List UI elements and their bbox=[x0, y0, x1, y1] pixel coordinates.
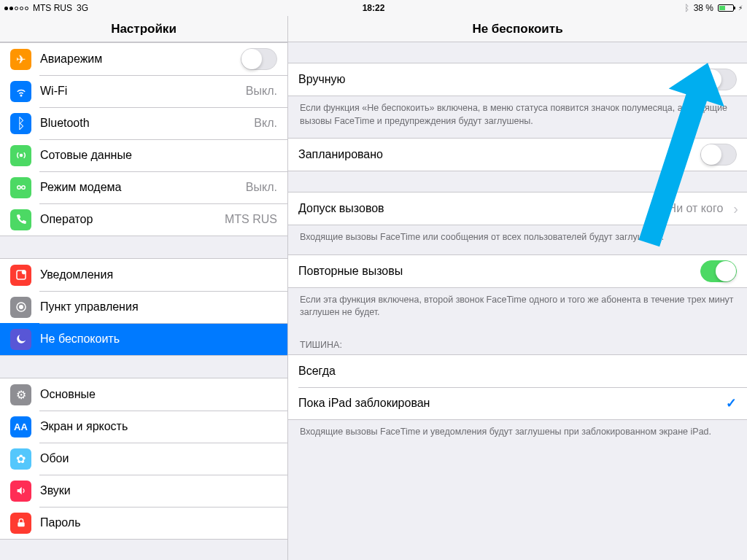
battery-icon bbox=[718, 4, 734, 12]
sidebar-item-dnd[interactable]: Не беспокоить bbox=[0, 323, 287, 355]
settings-sidebar: Настройки ✈ Авиарежим Wi-Fi Выкл. ᛒ bbox=[0, 16, 288, 560]
row-label: Авиарежим bbox=[40, 52, 241, 66]
charging-icon: ⚡︎ bbox=[738, 4, 743, 12]
sidebar-item-notifications[interactable]: Уведомления bbox=[0, 259, 287, 291]
row-label: Сотовые данные bbox=[40, 149, 287, 162]
row-label: Пункт управления bbox=[40, 300, 287, 314]
general-icon: ⚙ bbox=[10, 384, 31, 405]
sidebar-item-control-center[interactable]: Пункт управления bbox=[0, 291, 287, 323]
main-title: Не беспокоить bbox=[288, 16, 747, 42]
wifi-icon bbox=[10, 81, 31, 102]
sounds-icon bbox=[10, 481, 31, 502]
row-label: Уведомления bbox=[40, 268, 287, 281]
airplane-toggle[interactable] bbox=[241, 48, 277, 70]
row-label: Обои bbox=[40, 452, 287, 465]
sidebar-group-general: ⚙ Основные AA Экран и яркость ✿ Обои Зву… bbox=[0, 378, 287, 540]
sidebar-item-cellular[interactable]: Сотовые данные bbox=[0, 139, 287, 171]
row-label: Допуск вызовов bbox=[298, 202, 668, 215]
sidebar-scroll[interactable]: ✈ Авиарежим Wi-Fi Выкл. ᛒ Bluetooth Вкл. bbox=[0, 42, 287, 560]
row-label: Пока iPad заблокирован bbox=[298, 397, 726, 410]
notifications-icon bbox=[10, 265, 31, 286]
row-detail: Вкл. bbox=[254, 117, 277, 130]
svg-point-2 bbox=[17, 186, 20, 190]
row-label: Не беспокоить bbox=[40, 332, 287, 346]
row-silence-always[interactable]: Всегда bbox=[288, 355, 747, 387]
row-label: Запланировано bbox=[298, 148, 700, 161]
carrier-label: MTS RUS bbox=[33, 3, 72, 13]
main-panel: Не беспокоить Вручную Если функция «Не б… bbox=[288, 16, 747, 560]
silence-footer: Входящие вызовы FaceTime и уведомления б… bbox=[288, 420, 747, 449]
row-label: Экран и яркость bbox=[40, 420, 287, 433]
battery-pct: 38 % bbox=[694, 3, 713, 13]
svg-point-5 bbox=[22, 271, 26, 274]
airplane-icon: ✈ bbox=[10, 49, 31, 70]
status-right: ᛒ 38 % ⚡︎ bbox=[684, 3, 743, 13]
clock: 18:22 bbox=[363, 3, 385, 13]
svg-rect-8 bbox=[18, 522, 24, 526]
sidebar-item-bluetooth[interactable]: ᛒ Bluetooth Вкл. bbox=[0, 107, 287, 139]
sidebar-group-notifications: Уведомления Пункт управления Не беспокои… bbox=[0, 258, 287, 356]
sidebar-item-passcode[interactable]: Пароль bbox=[0, 507, 287, 539]
signal-dots-icon bbox=[4, 7, 28, 10]
row-repeated-calls[interactable]: Повторные вызовы bbox=[288, 255, 747, 287]
row-detail: MTS RUS bbox=[225, 213, 277, 226]
status-bar: MTS RUS 3G 18:22 ᛒ 38 % ⚡︎ bbox=[0, 0, 747, 16]
sidebar-item-display[interactable]: AA Экран и яркость bbox=[0, 411, 287, 443]
carrier-icon bbox=[10, 209, 31, 230]
row-detail: Ни от кого bbox=[668, 202, 724, 215]
row-label: Вручную bbox=[298, 73, 700, 86]
bluetooth-icon: ᛒ bbox=[10, 113, 31, 134]
sidebar-item-sounds[interactable]: Звуки bbox=[0, 475, 287, 507]
row-label: Основные bbox=[40, 388, 287, 401]
svg-point-0 bbox=[20, 95, 22, 96]
wallpaper-icon: ✿ bbox=[10, 448, 31, 470]
row-label: Оператор bbox=[40, 213, 225, 226]
row-scheduled[interactable]: Запланировано bbox=[288, 139, 747, 171]
row-label: Звуки bbox=[40, 484, 287, 497]
bluetooth-icon: ᛒ bbox=[684, 3, 689, 13]
sidebar-item-hotspot[interactable]: Режим модема Выкл. bbox=[0, 171, 287, 203]
display-icon: AA bbox=[10, 416, 31, 438]
sidebar-item-carrier[interactable]: Оператор MTS RUS bbox=[0, 203, 287, 236]
repeated-toggle[interactable] bbox=[700, 260, 737, 282]
svg-point-7 bbox=[19, 306, 23, 309]
manual-footer: Если функция «Не беспокоить» включена, в… bbox=[288, 96, 747, 138]
dnd-icon bbox=[10, 329, 31, 350]
row-label: Повторные вызовы bbox=[298, 265, 700, 278]
chevron-right-icon: › bbox=[733, 201, 738, 217]
allow-calls-footer: Входящие вызовы FaceTime или сообщения о… bbox=[288, 225, 747, 254]
silence-header: ТИШИНА: bbox=[288, 330, 747, 354]
row-label: Wi-Fi bbox=[40, 85, 246, 98]
sidebar-item-wallpaper[interactable]: ✿ Обои bbox=[0, 443, 287, 475]
row-silence-locked[interactable]: Пока iPad заблокирован ✓ bbox=[288, 387, 747, 419]
sidebar-group-network: ✈ Авиарежим Wi-Fi Выкл. ᛒ Bluetooth Вкл. bbox=[0, 42, 287, 236]
status-left: MTS RUS 3G bbox=[4, 3, 88, 13]
hotspot-icon bbox=[10, 177, 31, 198]
svg-point-3 bbox=[21, 186, 25, 190]
row-label: Bluetooth bbox=[40, 117, 254, 130]
manual-toggle[interactable] bbox=[700, 69, 737, 90]
sidebar-title: Настройки bbox=[0, 16, 287, 42]
row-detail: Выкл. bbox=[246, 181, 277, 194]
passcode-icon bbox=[10, 513, 31, 534]
sidebar-item-wifi[interactable]: Wi-Fi Выкл. bbox=[0, 75, 287, 107]
row-allow-calls[interactable]: Допуск вызовов Ни от кого › bbox=[288, 192, 747, 225]
sidebar-item-airplane[interactable]: ✈ Авиарежим bbox=[0, 43, 287, 75]
main-scroll[interactable]: Вручную Если функция «Не беспокоить» вкл… bbox=[288, 42, 747, 560]
row-detail: Выкл. bbox=[246, 85, 277, 98]
network-label: 3G bbox=[77, 3, 88, 13]
control-center-icon bbox=[10, 297, 31, 318]
row-label: Всегда bbox=[298, 365, 747, 378]
scheduled-toggle[interactable] bbox=[700, 144, 737, 166]
cellular-icon bbox=[10, 145, 31, 166]
row-label: Режим модема bbox=[40, 181, 246, 194]
row-label: Пароль bbox=[40, 516, 287, 529]
row-manual[interactable]: Вручную bbox=[288, 63, 747, 96]
repeated-footer: Если эта функция включена, второй звонок… bbox=[288, 288, 747, 330]
svg-point-1 bbox=[20, 155, 22, 157]
sidebar-item-general[interactable]: ⚙ Основные bbox=[0, 378, 287, 411]
checkmark-icon: ✓ bbox=[726, 395, 737, 411]
